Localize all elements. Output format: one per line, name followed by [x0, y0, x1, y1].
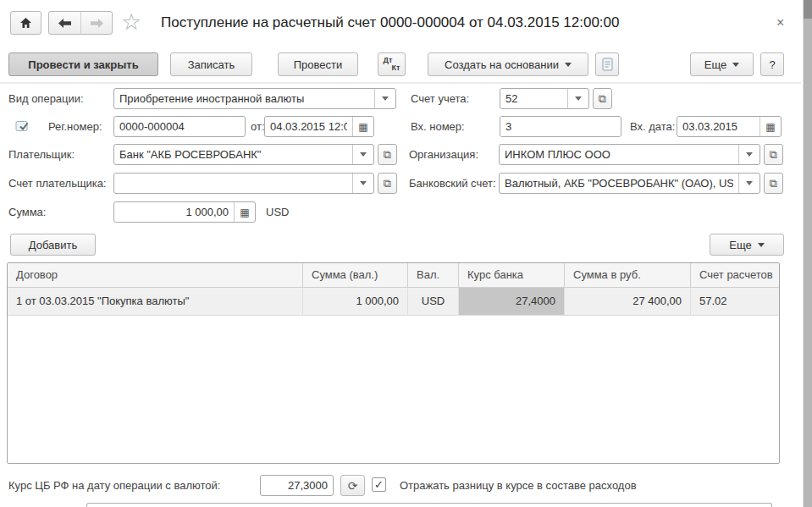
dropdown-button[interactable]	[567, 89, 588, 108]
accounting-account-input[interactable]	[500, 89, 567, 108]
bank-account-combo[interactable]	[499, 173, 760, 194]
clipped-bottom-field	[86, 503, 772, 507]
cell-contract[interactable]: 1 от 03.03.2015 "Покупка валюты"	[8, 288, 303, 315]
column-header-settlement-account[interactable]: Счет расчетов	[691, 263, 779, 287]
column-header-bank-rate[interactable]: Курс банка	[459, 263, 565, 287]
incoming-number-input[interactable]	[500, 117, 621, 136]
document-icon	[602, 58, 613, 71]
payer-input[interactable]	[114, 145, 352, 164]
calendar-button[interactable]: ▦	[760, 117, 781, 136]
reg-number-input[interactable]	[114, 117, 245, 136]
reflect-difference-checkbox[interactable]: ✓	[372, 477, 386, 492]
payer-open-button[interactable]: ⧉	[378, 144, 397, 165]
dropdown-button[interactable]	[738, 174, 760, 193]
chevron-down-icon	[746, 181, 753, 185]
toolbar-more-button[interactable]: Еще	[690, 52, 754, 76]
doc-date-field[interactable]: ▦	[264, 116, 374, 137]
organization-combo[interactable]	[499, 144, 760, 165]
cell-bank-rate-selected[interactable]: 27,4000	[459, 288, 565, 315]
chevron-down-icon	[382, 96, 389, 101]
reg-number-field[interactable]	[113, 116, 246, 137]
chevron-down-icon	[732, 63, 739, 67]
back-arrow-icon	[58, 19, 72, 28]
add-row-button[interactable]: Добавить	[10, 234, 96, 256]
column-header-contract[interactable]: Договор	[8, 263, 303, 287]
favorite-star-icon[interactable]: ☆	[121, 11, 141, 34]
table-row[interactable]: 1 от 03.03.2015 "Покупка валюты" 1 000,0…	[8, 288, 779, 316]
grid-more-button[interactable]: Еще	[710, 234, 784, 256]
home-button[interactable]	[10, 11, 41, 35]
bank-account-input[interactable]	[500, 174, 738, 193]
amount-input[interactable]	[114, 202, 234, 222]
scrollbar-thumb[interactable]	[804, 0, 812, 19]
refresh-icon: ⟳	[348, 479, 358, 493]
dropdown-button[interactable]	[738, 145, 760, 164]
toolbar-more-label: Еще	[704, 58, 726, 71]
create-on-base-button[interactable]: Создать на основании	[428, 52, 588, 76]
refresh-rate-button[interactable]: ⟳	[340, 475, 365, 496]
document-posted-icon	[15, 120, 30, 135]
accounting-account-combo[interactable]	[500, 88, 589, 109]
show-postings-button[interactable]: Дт Кт	[378, 52, 406, 76]
forward-button[interactable]	[80, 12, 112, 34]
incoming-date-label: Вх. дата:	[630, 116, 675, 137]
operation-type-input[interactable]	[114, 89, 374, 108]
calendar-button[interactable]: ▦	[352, 117, 373, 136]
write-button[interactable]: Записать	[170, 52, 252, 76]
doc-date-input[interactable]	[265, 117, 352, 136]
cell-settlement-account[interactable]: 57.02	[691, 288, 779, 315]
calculator-button[interactable]: ▦	[234, 202, 255, 222]
post-and-close-button[interactable]: Провести и закрыть	[8, 52, 158, 76]
payer-account-open-button[interactable]: ⧉	[378, 173, 397, 194]
column-header-amount-currency[interactable]: Сумма (вал.)	[303, 263, 408, 287]
grid-more-label: Еще	[729, 239, 751, 251]
related-documents-button[interactable]	[595, 52, 619, 76]
amount-field[interactable]: ▦	[113, 201, 256, 223]
payer-label: Плательщик:	[8, 144, 75, 165]
cell-amount-currency[interactable]: 1 000,00	[303, 288, 408, 315]
toolbar-separator	[0, 82, 801, 84]
chevron-down-icon	[575, 96, 582, 101]
organization-input[interactable]	[500, 145, 738, 164]
accounting-account-open-button[interactable]: ⧉	[593, 88, 612, 109]
cell-currency[interactable]: USD	[408, 288, 459, 315]
back-button[interactable]	[49, 12, 80, 34]
bank-account-open-button[interactable]: ⧉	[764, 173, 783, 194]
cell-amount-rub[interactable]: 27 400,00	[565, 288, 691, 315]
organization-open-button[interactable]: ⧉	[764, 144, 783, 165]
column-header-amount-rub[interactable]: Сумма в руб.	[565, 263, 691, 287]
cb-rate-input[interactable]	[261, 476, 333, 495]
dtkt-icon: Дт Кт	[384, 57, 400, 72]
operation-type-label: Вид операции:	[8, 88, 84, 109]
chevron-down-icon	[758, 243, 765, 247]
cb-rate-field[interactable]	[260, 475, 334, 496]
column-header-currency[interactable]: Вал.	[408, 263, 459, 287]
incoming-date-field[interactable]: ▦	[677, 116, 782, 137]
close-icon[interactable]: ×	[776, 16, 784, 30]
doc-date-label: от:	[251, 116, 265, 137]
incoming-date-input[interactable]	[677, 117, 760, 136]
help-button[interactable]: ?	[760, 52, 784, 76]
amount-label: Сумма:	[8, 201, 46, 223]
payer-account-label: Счет плательщика:	[8, 173, 107, 194]
payer-combo[interactable]	[113, 144, 374, 165]
accounting-account-label: Счет учета:	[411, 88, 469, 109]
post-button[interactable]: Провести	[278, 52, 358, 76]
dropdown-button[interactable]	[352, 174, 373, 193]
dropdown-button[interactable]	[374, 89, 395, 108]
operation-type-combo[interactable]	[113, 88, 396, 109]
amount-currency-label: USD	[266, 201, 289, 223]
add-row-label: Добавить	[29, 239, 77, 251]
table-header-row: Договор Сумма (вал.) Вал. Курс банка Сум…	[8, 263, 779, 288]
cb-rate-label: Курс ЦБ РФ на дату операции с валютой:	[8, 475, 220, 496]
payer-account-combo[interactable]	[113, 173, 374, 194]
calculator-icon: ▦	[240, 207, 249, 218]
create-on-base-label: Создать на основании	[445, 58, 559, 71]
open-icon: ⧉	[384, 177, 391, 190]
payer-account-input[interactable]	[114, 174, 352, 193]
write-label: Записать	[188, 58, 235, 71]
reg-number-label: Рег.номер:	[48, 116, 102, 137]
dropdown-button[interactable]	[352, 145, 373, 164]
window-scrollbar[interactable]	[803, 0, 812, 507]
incoming-number-field[interactable]	[500, 116, 621, 137]
